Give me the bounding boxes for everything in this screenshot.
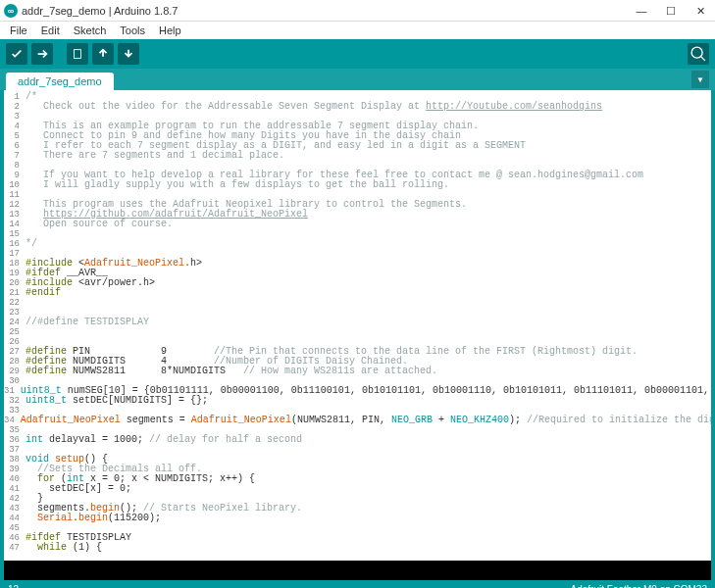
line-content[interactable]: #include <Adafruit_NeoPixel.h> [26, 259, 711, 269]
line-content[interactable]: #include <avr/power.h> [26, 278, 711, 288]
window-controls: — ☐ ✕ [627, 0, 715, 22]
code-line[interactable]: 20#include <avr/power.h> [4, 278, 711, 288]
line-number: 32 [4, 396, 26, 406]
new-button[interactable] [67, 43, 88, 65]
line-number: 29 [4, 367, 26, 376]
code-line[interactable]: 24//#define TESTDISPLAY [4, 318, 711, 327]
code-line[interactable]: 36int delayval = 1000; // delay for half… [4, 435, 711, 445]
save-button[interactable] [118, 43, 139, 65]
line-number: 37 [4, 445, 26, 455]
open-button[interactable] [92, 43, 114, 65]
arduino-icon: ∞ [4, 4, 18, 18]
code-line[interactable]: 14 Open source of course. [4, 220, 711, 229]
verify-button[interactable] [6, 43, 27, 65]
line-content[interactable]: Check out the video for the Addressable … [26, 102, 711, 112]
tab-bar: addr_7seg_demo ▼ [0, 69, 715, 90]
svg-rect-0 [75, 50, 81, 59]
line-number: 38 [4, 455, 26, 465]
line-number: 17 [4, 249, 26, 259]
code-line[interactable]: 2 Check out the video for the Addressabl… [4, 102, 711, 112]
code-line[interactable]: 46#ifdef TESTDISPLAY [4, 533, 711, 543]
line-number: 4 [4, 122, 26, 131]
minimize-button[interactable]: — [627, 0, 656, 22]
code-line[interactable]: 32uint8_t setDEC[NUMDIGITS] = {}; [4, 396, 711, 406]
tab-sketch[interactable]: addr_7seg_demo [6, 73, 114, 90]
line-number: 14 [4, 220, 26, 229]
toolbar [0, 39, 715, 69]
code-line[interactable]: 16*/ [4, 239, 711, 249]
line-number: 5 [4, 131, 26, 141]
line-content[interactable]: */ [26, 239, 711, 249]
line-content[interactable]: Open source of course. [26, 220, 711, 229]
serial-monitor-button[interactable] [688, 43, 709, 65]
line-number: 44 [4, 514, 26, 523]
tab-menu-icon[interactable]: ▼ [691, 71, 709, 88]
upload-button[interactable] [31, 43, 53, 65]
line-number: 8 [4, 161, 26, 171]
line-content[interactable]: setDEC[x] = 0; [26, 484, 711, 494]
code-line[interactable]: 47 while (1) { [4, 543, 711, 553]
line-number: 31 [4, 386, 21, 396]
line-number: 2 [4, 102, 26, 112]
code-line[interactable]: 25 [4, 327, 711, 337]
line-number: 1 [4, 92, 26, 102]
close-button[interactable]: ✕ [686, 0, 715, 22]
line-content[interactable] [26, 327, 711, 337]
status-line-number: 12 [8, 584, 19, 589]
code-line[interactable]: 7 There are 7 segments and 1 decimal pla… [4, 151, 711, 161]
line-number: 18 [4, 259, 26, 269]
line-number: 43 [4, 504, 26, 514]
code-line[interactable]: 22 [4, 298, 711, 308]
line-number: 25 [4, 327, 26, 337]
code-line[interactable]: 10 I will gladly supply you with a few d… [4, 180, 711, 190]
menu-help[interactable]: Help [153, 24, 187, 37]
line-content[interactable]: Adafruit_NeoPixel segments = Adafruit_Ne… [21, 416, 711, 425]
line-number: 16 [4, 239, 26, 249]
line-number: 23 [4, 308, 26, 318]
menu-tools[interactable]: Tools [114, 24, 151, 37]
line-number: 42 [4, 494, 26, 504]
console-area[interactable] [0, 561, 715, 580]
menu-sketch[interactable]: Sketch [68, 24, 113, 37]
code-line[interactable]: 37 [4, 445, 711, 455]
line-content[interactable]: #ifdef TESTDISPLAY [26, 533, 711, 543]
line-content[interactable] [26, 445, 711, 455]
line-content[interactable]: #define NUMWS2811 8*NUMDIGITS // How man… [26, 367, 711, 376]
maximize-button[interactable]: ☐ [656, 0, 686, 22]
line-content[interactable]: I will gladly supply you with a few disp… [26, 180, 711, 190]
line-content[interactable]: There are 7 segments and 1 decimal place… [26, 151, 711, 161]
line-number: 22 [4, 298, 26, 308]
line-number: 9 [4, 171, 26, 180]
line-number: 40 [4, 474, 26, 484]
menu-file[interactable]: File [4, 24, 33, 37]
line-content[interactable]: uint8_t setDEC[NUMDIGITS] = {}; [26, 396, 711, 406]
line-number: 41 [4, 484, 26, 494]
line-content[interactable] [26, 298, 711, 308]
line-content[interactable]: //#define TESTDISPLAY [26, 318, 711, 327]
code-line[interactable]: 21#endif [4, 288, 711, 298]
line-content[interactable] [26, 229, 711, 239]
code-line[interactable]: 18#include <Adafruit_NeoPixel.h> [4, 259, 711, 269]
menu-bar: File Edit Sketch Tools Help [0, 22, 715, 39]
line-number: 46 [4, 533, 26, 543]
line-number: 28 [4, 357, 26, 367]
line-number: 27 [4, 347, 26, 357]
line-number: 34 [4, 416, 21, 425]
code-line[interactable]: 34Adafruit_NeoPixel segments = Adafruit_… [4, 416, 711, 425]
line-content[interactable]: Serial.begin(115200); [26, 514, 711, 523]
line-number: 36 [4, 435, 26, 445]
code-editor[interactable]: 1/*2 Check out the video for the Address… [4, 90, 711, 561]
menu-edit[interactable]: Edit [35, 24, 66, 37]
line-content[interactable]: int delayval = 1000; // delay for half a… [26, 435, 711, 445]
title-bar: ∞ addr_7seg_demo | Arduino 1.8.7 — ☐ ✕ [0, 0, 715, 22]
line-number: 19 [4, 269, 26, 278]
code-line[interactable]: 15 [4, 229, 711, 239]
line-number: 21 [4, 288, 26, 298]
code-line[interactable]: 29#define NUMWS2811 8*NUMDIGITS // How m… [4, 367, 711, 376]
line-number: 35 [4, 425, 26, 435]
code-line[interactable]: 41 setDEC[x] = 0; [4, 484, 711, 494]
line-content[interactable]: #endif [26, 288, 711, 298]
line-content[interactable]: while (1) { [26, 543, 711, 553]
code-line[interactable]: 44 Serial.begin(115200); [4, 514, 711, 523]
line-number: 15 [4, 229, 26, 239]
